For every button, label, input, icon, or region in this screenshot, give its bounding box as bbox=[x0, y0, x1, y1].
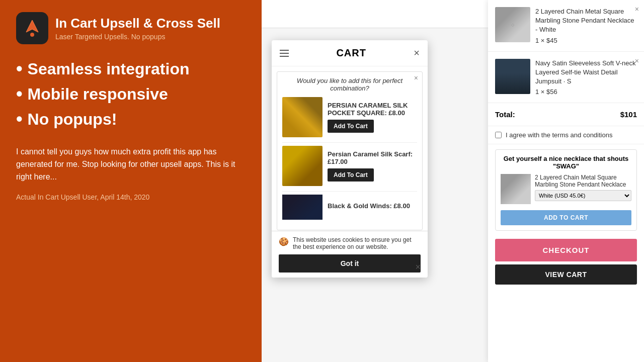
brand-logo bbox=[16, 12, 48, 44]
stone-pattern: ◇ bbox=[495, 7, 530, 42]
cart-item-qty-price-2: 1 × $56 bbox=[535, 88, 637, 96]
cart-item-info-2: Navy Satin Sleeveless Soft V-neck Layere… bbox=[535, 59, 637, 96]
cart-item-name-1: 2 Layered Chain Metal Square Marbling St… bbox=[535, 7, 637, 35]
cart-modal-header: CART × bbox=[272, 40, 428, 66]
upsell-banner-title: Would you like to add this for perfect c… bbox=[282, 77, 417, 92]
upsell-sidebar-box: Get yourself a nice necklace that shouts… bbox=[495, 149, 637, 231]
cart-item-image-2 bbox=[495, 59, 530, 94]
feature-label-2: Mobile responsive bbox=[28, 85, 168, 104]
add-to-cart-button-1[interactable]: Add To Cart bbox=[328, 120, 374, 133]
terms-row: I agree with the terms and conditions bbox=[488, 126, 644, 144]
brand-text-block: In Cart Upsell & Cross Sell Laser Target… bbox=[55, 16, 220, 40]
upsell-product-image-1 bbox=[282, 97, 323, 137]
hamburger-line-1 bbox=[280, 50, 289, 51]
cart-item-close-2[interactable]: × bbox=[635, 57, 639, 65]
view-cart-button[interactable]: VIEW CART bbox=[495, 264, 637, 285]
right-area: Shop Now BOTTOMS ∨ CART × × Would you li… bbox=[262, 0, 644, 362]
cart-item-qty-2: 1 bbox=[535, 88, 539, 96]
upsell-sidebar-title: Get yourself a nice necklace that shouts… bbox=[501, 155, 631, 170]
jumpsuit-pattern bbox=[495, 59, 530, 94]
cart-sidebar-item-1: ◇ 2 Layered Chain Metal Square Marbling … bbox=[488, 0, 644, 52]
scarf-pattern bbox=[282, 146, 323, 186]
terms-checkbox[interactable] bbox=[495, 132, 502, 138]
cart-item-price-2: $56 bbox=[546, 88, 557, 96]
checkout-button[interactable]: CHECKOUT bbox=[495, 239, 637, 261]
feature-list: • Seamless integration • Mobile responsi… bbox=[16, 58, 246, 130]
cart-item-x-2: × bbox=[541, 88, 546, 96]
upsell-product-name-1: PERSIAN CARAMEL SILK POCKET SQUARE: £8.0… bbox=[328, 102, 417, 117]
upsell-divider-1 bbox=[282, 142, 417, 143]
total-value: $101 bbox=[620, 110, 637, 119]
cart-item-qty-1: 1 bbox=[535, 37, 539, 44]
cart-sidebar: ◇ 2 Layered Chain Metal Square Marbling … bbox=[488, 0, 644, 362]
textile-pattern-1 bbox=[282, 97, 323, 137]
upsell-sidebar-image bbox=[501, 174, 531, 204]
svg-point-1 bbox=[30, 33, 34, 37]
upsell-product-row-3: Black & Gold Winds: £8.00 bbox=[282, 195, 417, 220]
brand-header: In Cart Upsell & Cross Sell Laser Target… bbox=[16, 12, 246, 44]
bullet-3: • bbox=[16, 109, 23, 130]
cart-modal: CART × × Would you like to add this for … bbox=[272, 40, 428, 278]
hamburger-icon[interactable] bbox=[280, 50, 289, 57]
upsell-product-info-1: PERSIAN CARAMEL SILK POCKET SQUARE: £8.0… bbox=[328, 102, 417, 133]
add-to-cart-button-2[interactable]: Add To Cart bbox=[328, 168, 374, 182]
upsell-divider-2 bbox=[282, 191, 417, 192]
upsell-product-row-2: Persian Caramel Silk Scarf: £17.00 Add T… bbox=[282, 146, 417, 186]
upsell-product-image-2 bbox=[282, 146, 323, 186]
feature-label-1: Seamless integration bbox=[28, 60, 190, 78]
cart-item-x-1: × bbox=[541, 37, 546, 44]
cart-item-name-2: Navy Satin Sleeveless Soft V-neck Layere… bbox=[535, 59, 637, 86]
testimonial-text: I cannot tell you guys how much extra pr… bbox=[16, 146, 246, 183]
cart-item-qty-price-1: 1 × $45 bbox=[535, 37, 637, 44]
cart-item-image-1: ◇ bbox=[495, 7, 530, 42]
brand-title: In Cart Upsell & Cross Sell bbox=[55, 16, 220, 31]
bullet-1: • bbox=[16, 58, 23, 79]
upsell-product-info-3: Black & Gold Winds: £8.00 bbox=[328, 202, 417, 213]
add-to-cart-sidebar-button[interactable]: ADD TO CART bbox=[501, 210, 631, 225]
upsell-banner: × Would you like to add this for perfect… bbox=[277, 71, 423, 230]
upsell-product-name-3: Black & Gold Winds: £8.00 bbox=[328, 202, 417, 210]
upsell-sidebar-info: 2 Layered Chain Metal Square Marbling St… bbox=[535, 174, 631, 203]
got-it-button[interactable]: Got it bbox=[279, 254, 421, 273]
brand-logo-icon bbox=[22, 18, 42, 38]
upsell-sidebar-product-name: 2 Layered Chain Metal Square Marbling St… bbox=[535, 174, 631, 188]
upsell-product-info-2: Persian Caramel Silk Scarf: £17.00 Add T… bbox=[328, 150, 417, 182]
feature-item-3: • No popups! bbox=[16, 109, 246, 130]
testimonial-author: Actual In Cart Upsell User, April 14th, … bbox=[16, 193, 246, 201]
cart-sidebar-item-2: Navy Satin Sleeveless Soft V-neck Layere… bbox=[488, 52, 644, 104]
upsell-sidebar-row: 2 Layered Chain Metal Square Marbling St… bbox=[501, 174, 631, 204]
total-label: Total: bbox=[495, 110, 515, 119]
dark-pattern bbox=[282, 195, 323, 220]
bullet-2: • bbox=[16, 83, 23, 105]
left-panel: In Cart Upsell & Cross Sell Laser Target… bbox=[0, 0, 262, 362]
feature-item-1: • Seamless integration bbox=[16, 58, 246, 79]
upsell-banner-close-button[interactable]: × bbox=[414, 74, 418, 82]
feature-label-3: No popups! bbox=[28, 110, 117, 129]
cart-item-info-1: 2 Layered Chain Metal Square Marbling St… bbox=[535, 7, 637, 44]
upsell-sidebar-img-pattern bbox=[501, 174, 531, 204]
cookie-icon: 🍪 bbox=[279, 237, 289, 246]
cookie-text: This website uses cookies to ensure you … bbox=[293, 236, 421, 250]
cookie-banner: 🍪 This website uses cookies to ensure yo… bbox=[272, 231, 428, 278]
hamburger-line-3 bbox=[280, 56, 289, 57]
terms-label: I agree with the terms and conditions bbox=[506, 131, 612, 139]
upsell-product-image-3 bbox=[282, 195, 323, 220]
feature-item-2: • Mobile responsive bbox=[16, 83, 246, 105]
svg-marker-0 bbox=[26, 20, 38, 32]
brand-subtitle: Laser Targeted Upsells. No popups bbox=[55, 33, 220, 41]
cart-sidebar-total: Total: $101 bbox=[488, 103, 644, 126]
cart-item-price-1: $45 bbox=[546, 37, 557, 44]
cookie-content: 🍪 This website uses cookies to ensure yo… bbox=[279, 236, 421, 250]
upsell-product-row-1: PERSIAN CARAMEL SILK POCKET SQUARE: £8.0… bbox=[282, 97, 417, 137]
hamburger-line-2 bbox=[280, 53, 289, 54]
cart-modal-title: CART bbox=[336, 47, 366, 59]
cart-item-close-1[interactable]: × bbox=[635, 5, 639, 13]
upsell-product-name-2: Persian Caramel Silk Scarf: £17.00 bbox=[328, 150, 417, 165]
upsell-sidebar-select[interactable]: White (USD 45.0€) bbox=[535, 190, 631, 201]
cart-modal-close-button[interactable]: × bbox=[414, 47, 420, 59]
cookie-close-button[interactable]: × bbox=[415, 262, 421, 273]
